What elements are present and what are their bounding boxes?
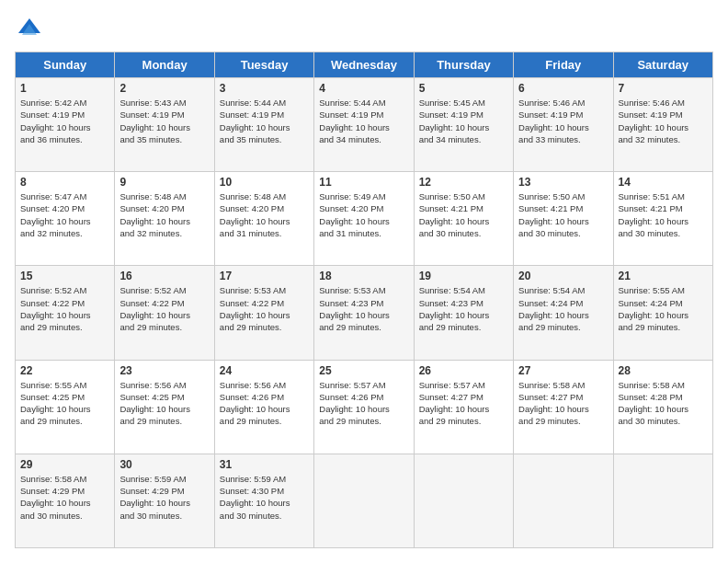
day-number: 8 — [20, 176, 109, 189]
calendar-day-26: 26Sunrise: 5:57 AM Sunset: 4:27 PM Dayli… — [414, 360, 513, 454]
day-number: 30 — [119, 458, 209, 471]
calendar-day-8: 8Sunrise: 5:47 AM Sunset: 4:20 PM Daylig… — [16, 172, 115, 266]
calendar-day-9: 9Sunrise: 5:48 AM Sunset: 4:20 PM Daylig… — [115, 172, 214, 266]
day-number: 17 — [220, 270, 309, 282]
day-number: 2 — [119, 82, 209, 95]
day-info: Sunrise: 5:59 AM Sunset: 4:29 PM Dayligh… — [119, 473, 209, 522]
day-number: 20 — [518, 270, 608, 282]
day-info: Sunrise: 5:52 AM Sunset: 4:22 PM Dayligh… — [20, 284, 109, 333]
day-number: 15 — [20, 270, 109, 282]
day-header-monday: Monday — [115, 52, 214, 78]
logo — [15, 15, 48, 44]
day-number: 1 — [20, 82, 109, 95]
day-info: Sunrise: 5:46 AM Sunset: 4:19 PM Dayligh… — [518, 97, 608, 145]
calendar-day-5: 5Sunrise: 5:45 AM Sunset: 4:19 PM Daylig… — [414, 78, 513, 172]
calendar-day-7: 7Sunrise: 5:46 AM Sunset: 4:19 PM Daylig… — [613, 78, 712, 172]
day-header-thursday: Thursday — [414, 52, 513, 78]
empty-cell — [314, 454, 414, 547]
day-info: Sunrise: 5:55 AM Sunset: 4:24 PM Dayligh… — [619, 284, 708, 333]
day-info: Sunrise: 5:59 AM Sunset: 4:30 PM Dayligh… — [220, 473, 309, 522]
day-info: Sunrise: 5:58 AM Sunset: 4:28 PM Dayligh… — [619, 379, 708, 428]
calendar-day-21: 21Sunrise: 5:55 AM Sunset: 4:24 PM Dayli… — [613, 266, 712, 360]
day-info: Sunrise: 5:43 AM Sunset: 4:19 PM Dayligh… — [119, 97, 209, 145]
day-header-friday: Friday — [514, 52, 613, 78]
calendar-week-3: 15Sunrise: 5:52 AM Sunset: 4:22 PM Dayli… — [16, 266, 713, 360]
empty-cell — [514, 454, 613, 547]
calendar-day-16: 16Sunrise: 5:52 AM Sunset: 4:22 PM Dayli… — [115, 266, 214, 360]
day-info: Sunrise: 5:50 AM Sunset: 4:21 PM Dayligh… — [419, 190, 508, 239]
day-number: 16 — [119, 270, 209, 282]
day-info: Sunrise: 5:48 AM Sunset: 4:20 PM Dayligh… — [119, 190, 209, 239]
day-number: 23 — [119, 364, 209, 377]
day-number: 12 — [419, 176, 508, 189]
day-number: 29 — [20, 458, 109, 471]
day-number: 4 — [319, 82, 408, 95]
day-number: 7 — [619, 82, 708, 95]
calendar-header-row: SundayMondayTuesdayWednesdayThursdayFrid… — [16, 52, 713, 78]
day-number: 9 — [119, 176, 209, 189]
day-number: 5 — [419, 82, 508, 95]
day-info: Sunrise: 5:42 AM Sunset: 4:19 PM Dayligh… — [20, 97, 109, 145]
calendar-day-30: 30Sunrise: 5:59 AM Sunset: 4:29 PM Dayli… — [115, 454, 214, 547]
day-info: Sunrise: 5:54 AM Sunset: 4:24 PM Dayligh… — [518, 284, 608, 333]
calendar-day-1: 1Sunrise: 5:42 AM Sunset: 4:19 PM Daylig… — [16, 78, 115, 172]
day-info: Sunrise: 5:53 AM Sunset: 4:22 PM Dayligh… — [220, 284, 309, 333]
day-info: Sunrise: 5:48 AM Sunset: 4:20 PM Dayligh… — [220, 190, 309, 239]
day-info: Sunrise: 5:50 AM Sunset: 4:21 PM Dayligh… — [518, 190, 608, 239]
page: SundayMondayTuesdayWednesdayThursdayFrid… — [0, 0, 728, 563]
calendar-day-28: 28Sunrise: 5:58 AM Sunset: 4:28 PM Dayli… — [613, 360, 712, 454]
calendar-day-22: 22Sunrise: 5:55 AM Sunset: 4:25 PM Dayli… — [16, 360, 115, 454]
calendar-day-27: 27Sunrise: 5:58 AM Sunset: 4:27 PM Dayli… — [514, 360, 613, 454]
calendar-day-23: 23Sunrise: 5:56 AM Sunset: 4:25 PM Dayli… — [115, 360, 214, 454]
day-info: Sunrise: 5:54 AM Sunset: 4:23 PM Dayligh… — [419, 284, 508, 333]
calendar-day-20: 20Sunrise: 5:54 AM Sunset: 4:24 PM Dayli… — [514, 266, 613, 360]
day-number: 27 — [518, 364, 608, 377]
day-info: Sunrise: 5:58 AM Sunset: 4:27 PM Dayligh… — [518, 379, 608, 428]
calendar-day-12: 12Sunrise: 5:50 AM Sunset: 4:21 PM Dayli… — [414, 172, 513, 266]
day-info: Sunrise: 5:53 AM Sunset: 4:23 PM Dayligh… — [319, 284, 408, 333]
day-info: Sunrise: 5:58 AM Sunset: 4:29 PM Dayligh… — [20, 473, 109, 522]
calendar-day-15: 15Sunrise: 5:52 AM Sunset: 4:22 PM Dayli… — [16, 266, 115, 360]
day-info: Sunrise: 5:49 AM Sunset: 4:20 PM Dayligh… — [319, 190, 408, 239]
day-number: 25 — [319, 364, 408, 377]
calendar-day-10: 10Sunrise: 5:48 AM Sunset: 4:20 PM Dayli… — [214, 172, 313, 266]
day-number: 22 — [20, 364, 109, 377]
day-number: 26 — [419, 364, 508, 377]
calendar-day-31: 31Sunrise: 5:59 AM Sunset: 4:30 PM Dayli… — [214, 454, 313, 547]
day-header-saturday: Saturday — [613, 52, 712, 78]
day-info: Sunrise: 5:52 AM Sunset: 4:22 PM Dayligh… — [119, 284, 209, 333]
day-number: 31 — [220, 458, 309, 471]
day-info: Sunrise: 5:44 AM Sunset: 4:19 PM Dayligh… — [220, 97, 309, 145]
day-info: Sunrise: 5:56 AM Sunset: 4:25 PM Dayligh… — [119, 379, 209, 428]
calendar-day-2: 2Sunrise: 5:43 AM Sunset: 4:19 PM Daylig… — [115, 78, 214, 172]
day-info: Sunrise: 5:55 AM Sunset: 4:25 PM Dayligh… — [20, 379, 109, 428]
calendar-day-18: 18Sunrise: 5:53 AM Sunset: 4:23 PM Dayli… — [314, 266, 414, 360]
calendar-day-11: 11Sunrise: 5:49 AM Sunset: 4:20 PM Dayli… — [314, 172, 414, 266]
day-number: 24 — [220, 364, 309, 377]
day-number: 19 — [419, 270, 508, 282]
day-number: 6 — [518, 82, 608, 95]
calendar-day-3: 3Sunrise: 5:44 AM Sunset: 4:19 PM Daylig… — [214, 78, 313, 172]
calendar-day-24: 24Sunrise: 5:56 AM Sunset: 4:26 PM Dayli… — [214, 360, 313, 454]
calendar-day-4: 4Sunrise: 5:44 AM Sunset: 4:19 PM Daylig… — [314, 78, 414, 172]
day-number: 28 — [619, 364, 708, 377]
logo-icon — [15, 15, 44, 44]
calendar-day-17: 17Sunrise: 5:53 AM Sunset: 4:22 PM Dayli… — [214, 266, 313, 360]
calendar-table: SundayMondayTuesdayWednesdayThursdayFrid… — [15, 52, 713, 548]
day-info: Sunrise: 5:51 AM Sunset: 4:21 PM Dayligh… — [619, 190, 708, 239]
day-info: Sunrise: 5:56 AM Sunset: 4:26 PM Dayligh… — [220, 379, 309, 428]
calendar-day-13: 13Sunrise: 5:50 AM Sunset: 4:21 PM Dayli… — [514, 172, 613, 266]
day-info: Sunrise: 5:57 AM Sunset: 4:27 PM Dayligh… — [419, 379, 508, 428]
calendar-week-5: 29Sunrise: 5:58 AM Sunset: 4:29 PM Dayli… — [16, 454, 713, 547]
day-header-sunday: Sunday — [16, 52, 115, 78]
calendar-day-6: 6Sunrise: 5:46 AM Sunset: 4:19 PM Daylig… — [514, 78, 613, 172]
day-number: 11 — [319, 176, 408, 189]
calendar-day-19: 19Sunrise: 5:54 AM Sunset: 4:23 PM Dayli… — [414, 266, 513, 360]
day-info: Sunrise: 5:46 AM Sunset: 4:19 PM Dayligh… — [619, 97, 708, 145]
calendar-day-25: 25Sunrise: 5:57 AM Sunset: 4:26 PM Dayli… — [314, 360, 414, 454]
day-number: 13 — [518, 176, 608, 189]
empty-cell — [414, 454, 513, 547]
day-info: Sunrise: 5:44 AM Sunset: 4:19 PM Dayligh… — [319, 97, 408, 145]
header — [15, 15, 713, 44]
empty-cell — [613, 454, 712, 547]
